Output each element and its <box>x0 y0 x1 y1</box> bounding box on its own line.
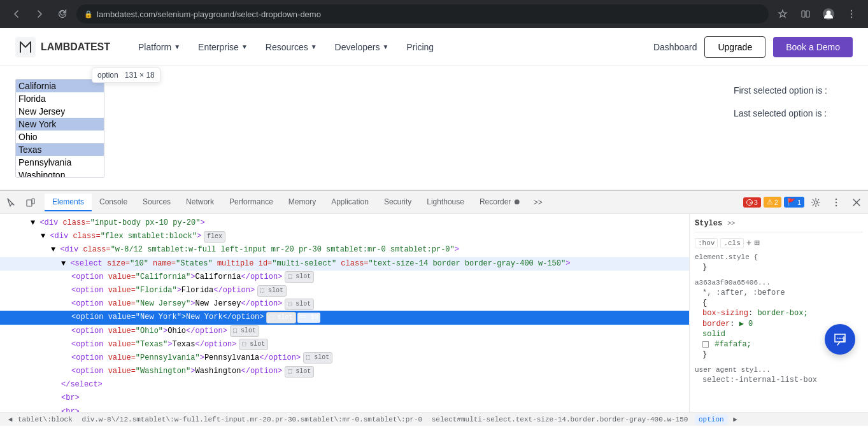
option-new-york[interactable]: New York <box>16 118 104 131</box>
warning-badge[interactable]: ⚠ 2 <box>764 197 781 208</box>
svg-rect-1 <box>806 11 809 17</box>
tab-console[interactable]: Console <box>92 194 135 211</box>
svg-point-10 <box>842 338 843 339</box>
flex-badge: flex <box>204 231 225 243</box>
slot-badge-nj: ⬚ slot <box>285 299 314 310</box>
dom-line-2[interactable]: ▼ <div class="flex smtablet:block"> flex <box>0 230 689 243</box>
dom-line-close-select[interactable]: </select> <box>0 378 689 392</box>
more-tabs-button[interactable]: >> <box>529 194 548 211</box>
devtools-menu-icon[interactable] <box>827 194 845 211</box>
tab-memory[interactable]: Memory <box>281 194 324 211</box>
breadcrumb-back-arrow[interactable]: ◀ <box>5 413 15 427</box>
back-button[interactable] <box>8 5 25 23</box>
devtools-tabs-right: ✕ 3 ⚠ 2 🚩 1 <box>743 194 865 211</box>
option-california[interactable]: California <box>16 80 104 92</box>
cls-button[interactable]: .cls <box>720 238 743 248</box>
tab-application[interactable]: Application <box>324 194 376 211</box>
new-style-rule-icon[interactable]: ⊞ <box>754 237 759 248</box>
breadcrumb-item-1[interactable]: div.w-8\/12.smtablet\:w-full.left-input.… <box>79 416 425 423</box>
option-washington[interactable]: Washington <box>16 169 104 178</box>
menu-icon[interactable] <box>843 5 860 23</box>
dom-line-3[interactable]: ▼ <div class="w-8/12 smtablet:w-full lef… <box>0 243 689 257</box>
option-texas[interactable]: Texas <box>16 143 104 156</box>
breadcrumb-item-active[interactable]: option <box>695 414 728 425</box>
dom-line-br-2[interactable]: <br> <box>0 406 689 412</box>
logo-icon <box>15 37 36 57</box>
book-demo-button[interactable]: Book a Demo <box>773 37 853 57</box>
dom-line-4[interactable]: ▼ <select size="10" name="States" multip… <box>0 257 689 271</box>
breadcrumb-item-2[interactable]: select#multi-select.text-size-14.border.… <box>429 416 691 423</box>
devtools-close-icon[interactable] <box>848 194 865 211</box>
dom-line-option-tx[interactable]: <option value="Texas">Texas</option> ⬚ s… <box>0 338 689 351</box>
dom-line-option-oh[interactable]: <option value="Ohio">Ohio</option> ⬚ slo… <box>0 325 689 338</box>
nav-developers[interactable]: Developers ▼ <box>327 38 397 56</box>
select-container: California Florida New Jersey New York O… <box>15 79 104 178</box>
style-selector-agent: user agent styl... <box>695 366 863 374</box>
tab-security[interactable]: Security <box>376 194 419 211</box>
dom-line-option-nj[interactable]: <option value="New Jersey">New Jersey</o… <box>0 297 689 311</box>
main-nav: Platform ▼ Enterprise ▼ Resources ▼ Deve… <box>131 38 441 56</box>
svg-rect-11 <box>27 200 32 206</box>
logo[interactable]: LAMBDATEST <box>15 37 110 57</box>
nav-pricing[interactable]: Pricing <box>399 38 441 56</box>
address-bar[interactable]: 🔒 lambdatest.com/selenium-playground/sel… <box>76 4 769 24</box>
style-comment: *, :after, :before <box>695 288 863 298</box>
color-swatch-fafafa <box>702 341 709 348</box>
reload-button[interactable] <box>53 5 71 23</box>
styles-tab[interactable]: Styles <box>695 219 722 228</box>
svg-point-17 <box>836 201 837 202</box>
tab-sources[interactable]: Sources <box>135 194 178 211</box>
chat-button[interactable] <box>825 324 855 355</box>
tab-network[interactable]: Network <box>178 194 222 211</box>
nav-platform[interactable]: Platform ▼ <box>131 38 188 56</box>
element-tooltip: option 131 × 18 <box>92 67 160 83</box>
browser-toolbar <box>774 5 860 23</box>
dom-line-option-ca[interactable]: <option value="California">California</o… <box>0 271 689 284</box>
browser-chrome: 🔒 lambdatest.com/selenium-playground/sel… <box>0 0 868 28</box>
dom-line-option-fl[interactable]: <option value="Florida">Florida</option>… <box>0 284 689 297</box>
option-florida[interactable]: Florida <box>16 92 104 105</box>
option-ohio[interactable]: Ohio <box>16 131 104 143</box>
tooltip-tag: option <box>97 71 118 80</box>
nav-enterprise[interactable]: Enterprise ▼ <box>190 38 255 56</box>
dom-line-option-ny[interactable]: <option value="New York">New York</optio… <box>0 311 689 324</box>
nav-resources[interactable]: Resources ▼ <box>258 38 325 56</box>
elements-panel[interactable]: ▼ <div class="input-body px-10 py-20"> ▼… <box>0 214 690 412</box>
svg-rect-0 <box>802 11 805 17</box>
tab-elements[interactable]: Elements <box>45 194 92 211</box>
devtools-settings-icon[interactable] <box>807 194 825 211</box>
breadcrumb-forward-arrow[interactable]: ▶ <box>730 413 741 427</box>
devtools-panel: Elements Console Sources Network Perform… <box>0 190 868 426</box>
info-count: 1 <box>797 199 801 206</box>
dom-line-1[interactable]: ▼ <div class="input-body px-10 py-20"> <box>0 216 689 230</box>
styles-expand-arrow[interactable]: >> <box>727 220 735 227</box>
option-new-jersey[interactable]: New Jersey <box>16 105 104 118</box>
slot-badge-ca: ⬚ slot <box>285 271 314 283</box>
devtools-inspect-icon[interactable] <box>3 194 20 211</box>
forward-button[interactable] <box>31 5 48 23</box>
tab-performance[interactable]: Performance <box>222 194 281 211</box>
devtools-device-icon[interactable] <box>22 194 39 211</box>
add-style-icon[interactable]: + <box>746 238 751 248</box>
style-box-sizing: box-sizing: border-box; <box>695 308 863 318</box>
styles-header: Styles >> <box>695 219 863 232</box>
error-badge[interactable]: ✕ 3 <box>743 197 761 208</box>
error-count: 3 <box>754 199 758 206</box>
dom-line-option-wa[interactable]: <option value="Washington">Washington</o… <box>0 365 689 378</box>
breadcrumb-item-0[interactable]: tablet\:block <box>15 416 75 423</box>
dom-line-option-pa[interactable]: <option value="Pennsylvania">Pennsylvani… <box>0 351 689 365</box>
hov-button[interactable]: :hov <box>695 238 718 248</box>
profile-icon[interactable] <box>820 5 837 23</box>
option-pennsylvania[interactable]: Pennsylvania <box>16 156 104 169</box>
styles-filter-row: :hov .cls + ⊞ <box>695 237 863 248</box>
upgrade-button[interactable]: Upgrade <box>704 36 765 58</box>
split-screen-icon[interactable] <box>797 5 815 23</box>
state-select[interactable]: California Florida New Jersey New York O… <box>15 79 104 178</box>
tab-recorder[interactable]: Recorder ⏺ <box>472 194 529 211</box>
tab-lighthouse[interactable]: Lighthouse <box>419 194 472 211</box>
svg-point-6 <box>851 17 852 18</box>
dashboard-link[interactable]: Dashboard <box>653 42 697 52</box>
dom-line-br-1[interactable]: <br> <box>0 392 689 405</box>
star-icon[interactable] <box>774 5 792 23</box>
info-badge[interactable]: 🚩 1 <box>784 197 804 208</box>
